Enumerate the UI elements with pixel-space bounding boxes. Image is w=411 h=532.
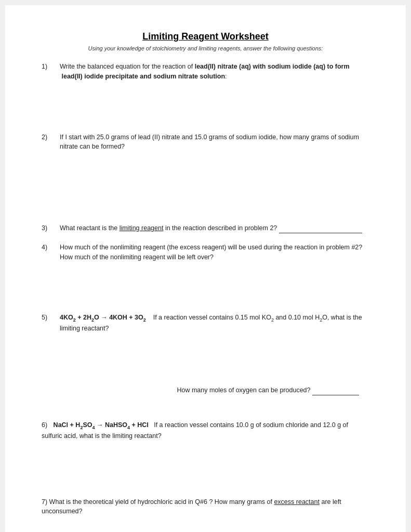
q5-number: 5) bbox=[42, 313, 60, 411]
question-7: 7) What is the theoretical yield of hydr… bbox=[42, 497, 369, 533]
q6-equation: NaCl + H2SO4 → NaHSO4 + HCl bbox=[54, 421, 149, 429]
q1-content: Write the balanced equation for the reac… bbox=[60, 62, 369, 123]
q4-number: 4) bbox=[42, 243, 60, 304]
q7-content: 7) What is the theoretical yield of hydr… bbox=[42, 497, 369, 533]
q2-number: 2) bbox=[42, 132, 60, 215]
question-4: 4) How much of the nonlimiting reagent (… bbox=[42, 243, 369, 304]
worksheet-page: Limiting Reagent Worksheet Using your kn… bbox=[5, 5, 406, 532]
q3-content: What reactant is the limiting reagent in… bbox=[60, 223, 369, 233]
q2-content: If I start with 25.0 grams of lead (II) … bbox=[60, 132, 369, 215]
q3-answer-blank bbox=[279, 226, 362, 233]
question-5: 5) 4KO2 + 2H2O → 4KOH + 3O2 If a reactio… bbox=[42, 313, 369, 411]
q1-bold-text: lead(II) nitrate (aq) with sodium iodide… bbox=[60, 63, 350, 80]
question-2: 2) If I start with 25.0 grams of lead (I… bbox=[42, 132, 369, 215]
q5-content: 4KO2 + 2H2O → 4KOH + 3O2 If a reaction v… bbox=[60, 313, 369, 411]
q6-number: 6) bbox=[42, 421, 47, 429]
page-title: Limiting Reagent Worksheet bbox=[42, 31, 369, 42]
q5-answer-blank bbox=[312, 388, 359, 395]
question-6: 6) NaCl + H2SO4 → NaHSO4 + HCl If a reac… bbox=[42, 420, 369, 488]
q7-underline: excess reactant bbox=[274, 498, 320, 506]
q3-underline: limiting reagent bbox=[120, 224, 164, 232]
q3-number: 3) bbox=[42, 223, 60, 233]
page-subtitle: Using your knowledge of stoichiometry an… bbox=[42, 45, 369, 51]
q4-content: How much of the nonlimiting reagent (the… bbox=[60, 243, 369, 304]
q5-moles-question: How many moles of oxygen can be produced… bbox=[60, 385, 369, 395]
q1-number: 1) bbox=[42, 62, 60, 123]
q5-equation: 4KO2 + 2H2O → 4KOH + 3O2 bbox=[60, 314, 146, 321]
question-1: 1) Write the balanced equation for the r… bbox=[42, 62, 369, 123]
question-3: 3) What reactant is the limiting reagent… bbox=[42, 223, 369, 233]
